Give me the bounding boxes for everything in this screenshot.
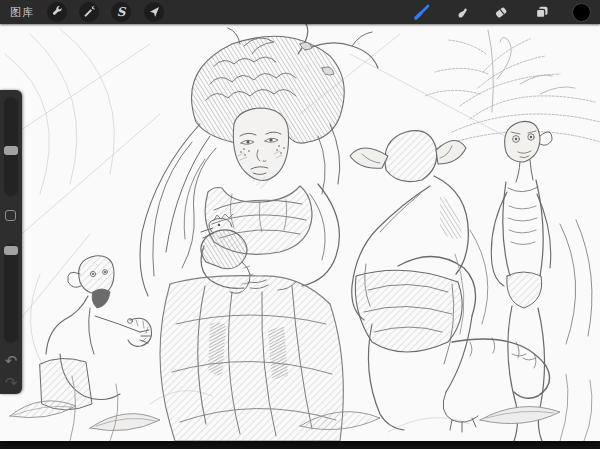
smudge-finger-icon — [454, 4, 470, 20]
creature-far-right — [491, 121, 552, 441]
eraser-icon — [493, 4, 509, 20]
woman-figure — [140, 24, 378, 296]
transform-button[interactable] — [144, 2, 164, 22]
goblin-bottom-left — [40, 256, 152, 410]
drawing-canvas[interactable]: Graphite fantasy sketch: a woman with br… — [0, 24, 600, 441]
actions-button[interactable] — [47, 2, 67, 22]
layers-button[interactable] — [532, 2, 552, 22]
opacity-slider[interactable] — [3, 243, 19, 344]
drapery — [160, 276, 343, 441]
paint-tool-button[interactable] — [412, 2, 432, 22]
wrench-icon — [50, 5, 64, 19]
redo-button[interactable]: ↷ — [0, 374, 22, 392]
magic-wand-icon — [82, 5, 96, 19]
smudge-tool-button[interactable] — [452, 2, 472, 22]
brush-sidebar: ↶ ↷ — [0, 90, 22, 394]
app-screen: Graphite fantasy sketch: a woman with br… — [0, 0, 600, 449]
opacity-handle[interactable] — [4, 246, 18, 255]
brush-size-handle[interactable] — [4, 146, 18, 155]
top-toolbar: 图库 S — [0, 0, 600, 24]
brush-stroke-icon — [412, 2, 432, 22]
layers-icon — [534, 4, 550, 20]
arrow-cursor-icon — [147, 5, 161, 19]
undo-button[interactable]: ↶ — [0, 352, 22, 370]
gallery-button[interactable]: 图库 — [10, 0, 34, 24]
erase-tool-button[interactable] — [491, 2, 511, 22]
adjustments-button[interactable] — [79, 2, 99, 22]
modify-button[interactable] — [5, 210, 16, 221]
color-swatch[interactable] — [572, 3, 591, 22]
brush-size-slider[interactable] — [3, 96, 19, 197]
artwork-sketch — [0, 24, 600, 441]
s-glyph-icon: S — [117, 6, 126, 18]
selection-button[interactable]: S — [111, 2, 131, 22]
